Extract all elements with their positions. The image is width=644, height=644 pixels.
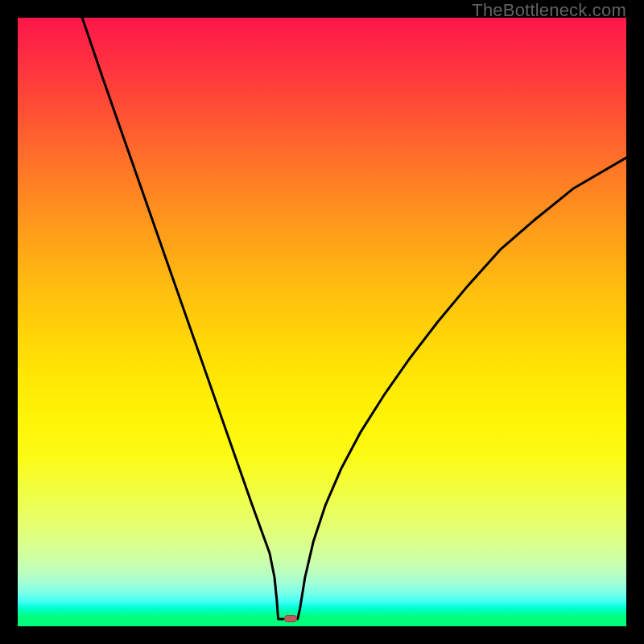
curve-left-path [82,18,283,619]
plot-area [18,18,626,626]
chart-frame: TheBottleneck.com [0,0,644,644]
minimum-cap-marker [284,615,297,622]
bottleneck-curve [18,18,626,626]
curve-right-path [298,158,626,619]
